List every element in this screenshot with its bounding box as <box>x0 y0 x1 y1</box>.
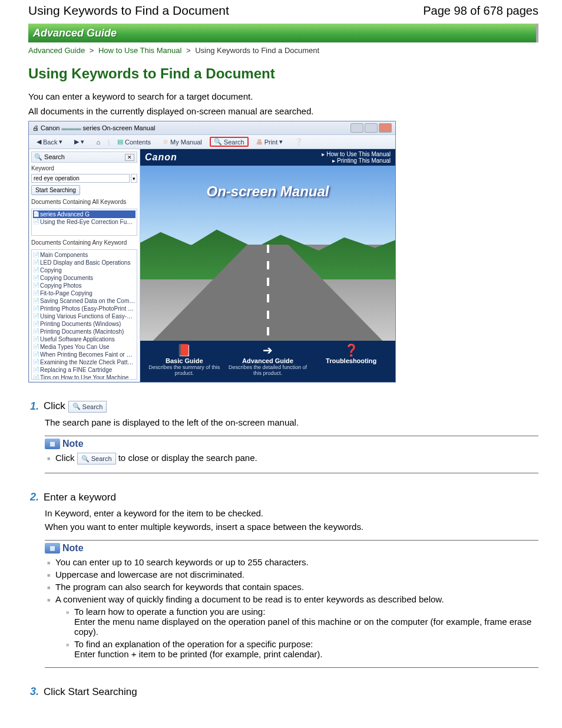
guide-title: Troubleshooting <box>310 357 392 364</box>
step-body-text: In Keyword, enter a keyword for the item… <box>45 508 538 518</box>
guide-card[interactable]: ➔Advanced GuideDescribes the detailed fu… <box>226 344 309 376</box>
page-indicator: Page 98 of 678 pages <box>423 4 538 18</box>
canon-icon: 🖨 <box>32 124 39 131</box>
intro-paragraph-2: All documents in the currently displayed… <box>28 106 538 116</box>
step-number: 2. <box>28 491 39 503</box>
list-item[interactable]: LED Display and Basic Operations <box>33 259 135 266</box>
link-printing-manual[interactable]: Printing This Manual <box>337 157 391 164</box>
list-item[interactable]: When Printing Becomes Faint or Colors Ar… <box>33 351 135 358</box>
list-item[interactable]: Copying <box>33 266 135 274</box>
back-icon: ◀ <box>37 138 41 146</box>
banner-text: Advanced Guide <box>33 27 117 39</box>
list-item[interactable]: Using the Red-Eye Correction Function <box>33 218 135 226</box>
minimize-icon[interactable] <box>351 123 363 133</box>
note-icon: ≣ <box>45 543 60 554</box>
breadcrumb-current: Using Keywords to Find a Document <box>195 46 319 55</box>
search-chip: 🔍Search <box>68 401 107 413</box>
any-keyword-label: Documents Containing Any Keyword <box>31 239 137 246</box>
guides-row: 📕Basic GuideDescribes the summary of thi… <box>140 341 395 382</box>
my-manual-button[interactable]: ☆My Manual <box>158 137 206 147</box>
step-3: 3. Click Start Searching <box>28 686 538 698</box>
step-number: 1. <box>28 400 39 413</box>
list-item[interactable]: Using Various Functions of Easy-PhotoPri… <box>33 312 135 320</box>
step-body-text: When you want to enter multiple keywords… <box>45 522 538 532</box>
list-item[interactable]: Media Types You Can Use <box>33 343 135 351</box>
guide-card[interactable]: 📕Basic GuideDescribes the summary of thi… <box>143 344 226 376</box>
step-title: Enter a keyword <box>44 492 116 503</box>
note-label: Note <box>62 543 84 554</box>
list-item[interactable]: Printing Documents (Windows) <box>33 320 135 328</box>
dropdown-icon[interactable]: ▾ <box>131 174 137 183</box>
list-item[interactable]: Useful Software Applications <box>33 335 135 343</box>
list-item[interactable]: Printing Documents (Macintosh) <box>33 328 135 335</box>
back-button[interactable]: ◀Back ▾ <box>32 137 67 147</box>
screenshot-window: 🖨 Canon ▬▬▬ series On-screen Manual ◀Bac… <box>28 121 396 383</box>
start-searching-button[interactable]: Start Searching <box>31 185 80 195</box>
breadcrumb: Advanced Guide > How to Use This Manual … <box>28 46 538 55</box>
note-item: Uppercase and lowercase are not discrimi… <box>45 569 538 579</box>
list-item[interactable]: Examining the Nozzle Check Pattern <box>33 358 135 366</box>
note-item: Click 🔍Search to close or display the se… <box>45 453 538 465</box>
list-item[interactable]: Replacing a FINE Cartridge <box>33 366 135 374</box>
print-button[interactable]: 🖶Print ▾ <box>252 137 287 147</box>
close-pane-icon[interactable]: ✕ <box>125 154 134 161</box>
maximize-icon[interactable] <box>365 123 378 133</box>
note-block: ≣ Note Click 🔍Search to close or display… <box>45 436 538 473</box>
search-button[interactable]: 🔍Search <box>210 137 249 147</box>
breadcrumb-link-how-to-use[interactable]: How to Use This Manual <box>98 46 181 55</box>
list-item[interactable]: Fit-to-Page Copying <box>33 289 135 297</box>
search-icon: 🔍 <box>34 153 42 160</box>
contents-button[interactable]: ▤Contents <box>113 137 155 147</box>
note-item: A convenient way of quickly finding a do… <box>45 594 538 659</box>
search-icon: 🔍 <box>72 403 81 410</box>
note-icon: ≣ <box>45 439 60 449</box>
keyword-label: Keyword <box>31 165 137 172</box>
step-number: 3. <box>28 686 39 698</box>
guide-icon: ❓ <box>310 344 392 356</box>
forward-icon: ▶ <box>74 138 79 146</box>
note-block: ≣ Note You can enter up to 10 search key… <box>45 540 538 668</box>
contents-icon: ▤ <box>117 138 123 146</box>
list-item[interactable]: series Advanced G <box>33 210 135 218</box>
guide-icon: 📕 <box>143 344 226 356</box>
help-button[interactable]: ❔ <box>290 137 307 147</box>
link-how-to-use[interactable]: How to Use This Manual <box>326 151 391 157</box>
forward-button[interactable]: ▶ ▾ <box>70 137 88 147</box>
guide-title: Basic Guide <box>143 357 226 364</box>
list-item[interactable]: Saving Scanned Data on the Computer <box>33 297 135 305</box>
help-icon: ❔ <box>295 138 303 146</box>
list-item[interactable]: Tips on How to Use Your Machine <box>33 374 135 380</box>
step-body-text: The search pane is displayed to the left… <box>45 417 538 427</box>
list-item[interactable]: Copying Documents <box>33 274 135 282</box>
step-2: 2. Enter a keyword In Keyword, enter a k… <box>28 491 538 668</box>
keyword-input[interactable] <box>31 174 130 183</box>
guide-desc: Describes the summary of this product. <box>143 364 226 376</box>
breadcrumb-sep: > <box>90 46 94 55</box>
canon-logo: Canon <box>145 152 177 163</box>
list-item[interactable]: Printing Photos (Easy-PhotoPrint EX) <box>33 305 135 312</box>
search-icon: 🔍 <box>214 138 222 146</box>
toolbar: ◀Back ▾ ▶ ▾ ⌂ | ▤Contents ☆My Manual 🔍Se… <box>29 135 395 149</box>
close-icon[interactable] <box>379 123 392 133</box>
document-title: Using Keywords to Find a Document <box>28 65 538 82</box>
guide-icon: ➔ <box>226 344 309 356</box>
note-sub-item: To learn how to operate a function you a… <box>64 607 538 637</box>
guide-card[interactable]: ❓Troubleshooting <box>310 344 392 376</box>
search-pane: 🔍 Search ✕ Keyword ▾ Start Searching Doc… <box>29 149 140 382</box>
note-item: The program can also search for keywords… <box>45 582 538 592</box>
step-title: Click Start Searching <box>44 686 137 698</box>
list-item[interactable]: Copying Photos <box>33 282 135 289</box>
note-label: Note <box>62 439 84 449</box>
home-button[interactable]: ⌂ <box>92 137 104 147</box>
any-keyword-list: Main ComponentsLED Display and Basic Ope… <box>31 249 137 380</box>
hero-title: On-screen Manual <box>140 183 395 200</box>
breadcrumb-link-advanced-guide[interactable]: Advanced Guide <box>28 46 85 55</box>
guide-desc: Describes the detailed function of this … <box>226 364 309 376</box>
search-chip: 🔍Search <box>77 453 116 465</box>
breadcrumb-sep: > <box>186 46 191 55</box>
page-header-title: Using Keywords to Find a Document <box>28 4 229 18</box>
main-links: ▸ How to Use This Manual ▸ Printing This… <box>322 151 391 164</box>
list-item[interactable]: Main Components <box>33 251 135 259</box>
all-keywords-label: Documents Containing All Keywords <box>31 199 137 205</box>
step-1: 1. Click 🔍Search The search pane is disp… <box>28 400 538 473</box>
